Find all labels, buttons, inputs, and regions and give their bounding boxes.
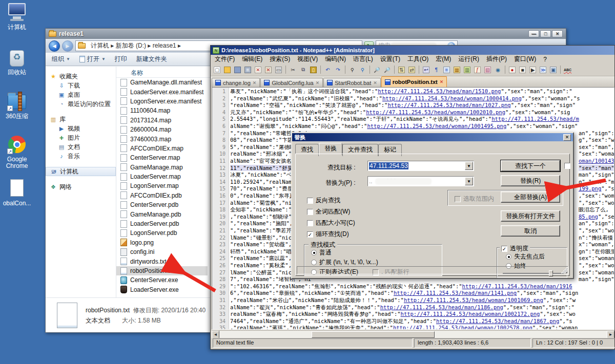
scroll-left-button[interactable]: ◄ <box>212 331 219 338</box>
sidebar-item[interactable]: 🞦图片 <box>46 133 116 142</box>
wrap-around-checkbox[interactable]: ✓循环查找(D) <box>307 230 349 239</box>
close-all-icon[interactable]: ✕ <box>264 66 273 74</box>
document-tab[interactable]: change.log✕ <box>212 78 260 87</box>
tab-close-icon[interactable]: ✕ <box>316 80 320 85</box>
sidebar-item[interactable]: ★收藏夹 <box>46 72 116 81</box>
doc-map-icon[interactable]: ▥ <box>463 66 471 74</box>
menu-item[interactable]: 视图(V) <box>297 55 318 63</box>
paste-icon[interactable]: ▯ <box>309 66 318 74</box>
menu-item[interactable]: 语言(L) <box>353 55 373 63</box>
horizontal-scrollbar[interactable]: ◄ ► <box>212 330 614 338</box>
menu-item[interactable]: 搜索(S) <box>270 55 290 63</box>
menu-item[interactable]: 宏(M) <box>436 55 451 63</box>
new-file-icon[interactable]: ▢ <box>213 66 221 74</box>
word-wrap-icon[interactable]: ↩ <box>422 66 430 74</box>
find-icon[interactable]: ⚲ <box>348 66 357 74</box>
replace-all-open-button[interactable]: 替换所有打开文件 <box>501 210 560 222</box>
copy-icon[interactable]: ⧉ <box>299 66 308 74</box>
whole-word-checkbox[interactable]: 全词匹配(W) <box>307 207 350 216</box>
dialog-titlebar[interactable]: 替换 ✕ <box>292 133 573 141</box>
redo-icon[interactable]: ↷ <box>334 66 342 74</box>
replace-with-input[interactable]: .. 226 ▼ <box>367 176 474 186</box>
open-icon[interactable] <box>223 66 232 74</box>
save-all-icon[interactable]: ≡ <box>243 66 252 74</box>
desktop-icon-bin[interactable]: ♻回收站 <box>0 47 34 76</box>
resize-grip[interactable] <box>561 267 567 273</box>
show-all-chars-icon[interactable]: ¶ <box>432 66 441 74</box>
match-case-checkbox[interactable]: 匹配大小写(C) <box>307 219 355 227</box>
save-icon[interactable] <box>233 66 242 74</box>
menu-item[interactable]: 窗口(W) <box>514 55 536 63</box>
print-icon[interactable]: ▭ <box>274 66 283 74</box>
tab-close-icon[interactable]: ✕ <box>440 79 444 84</box>
menu-item[interactable]: 运行(R) <box>458 55 479 63</box>
combo-dropdown-icon[interactable]: ▼ <box>465 162 473 170</box>
zoom-in-icon[interactable]: 🔎 <box>373 66 381 74</box>
folder-workspace-icon[interactable]: ▧ <box>483 66 492 74</box>
function-list-icon[interactable]: ƒ <box>473 66 482 74</box>
file-row-selected[interactable]: robotPosition.txt <box>116 266 208 275</box>
notepadpp-titlebar[interactable]: N D:\release1\robotPosition.txt - Notepa… <box>211 46 614 55</box>
zoom-out-icon[interactable]: 🔎 <box>383 66 392 74</box>
sync-v-icon[interactable]: ⇅ <box>397 66 406 74</box>
cancel-button[interactable]: 取消 <box>501 225 560 237</box>
sidebar-item[interactable]: ▤文档 <box>46 142 116 152</box>
explorer-titlebar[interactable]: release1 — □ ✕ <box>46 29 566 39</box>
close-button[interactable]: ✕ <box>552 30 563 37</box>
undo-icon[interactable]: ↶ <box>323 66 332 74</box>
mystery-checkbox[interactable] <box>564 163 570 169</box>
menu-item[interactable]: 工具(O) <box>407 55 428 63</box>
forward-button[interactable]: ► <box>62 40 73 52</box>
run-macro-multi-icon[interactable]: ≫ <box>539 66 547 74</box>
open-button[interactable]: 打开▼ <box>79 55 106 63</box>
menu-item[interactable]: 文件(F) <box>215 55 235 63</box>
spell-check-icon[interactable]: ABC <box>563 66 572 74</box>
mode-normal-radio[interactable]: 普通 <box>311 248 332 257</box>
document-tab-active[interactable]: robotPosition.txt✕ <box>381 76 447 87</box>
replace-all-button[interactable]: 全部替换(A) <box>501 191 560 203</box>
minimize-button[interactable]: — <box>528 30 539 37</box>
column-header-name[interactable]: 名称 <box>116 68 211 78</box>
organize-button[interactable]: 组织▼ <box>52 55 70 63</box>
play-macro-icon[interactable]: ▶ <box>528 66 537 74</box>
user-dialog-icon[interactable]: ▦ <box>453 66 461 74</box>
transparency-lose-focus-radio[interactable]: 失去焦点后 <box>506 252 545 261</box>
desktop-icon-zip[interactable]: ↗360压缩 <box>0 91 34 120</box>
record-macro-icon[interactable]: ● <box>508 66 517 74</box>
tab-close-icon[interactable]: ✕ <box>253 80 257 85</box>
sidebar-item[interactable]: ◔最近访问的位置 <box>46 99 116 109</box>
save-macro-icon[interactable]: ▣ <box>549 66 558 74</box>
cut-icon[interactable]: ✂ <box>289 66 297 74</box>
combo-dropdown-icon[interactable]: ▼ <box>465 177 473 185</box>
new-folder-button[interactable]: 新建文件夹 <box>136 55 167 63</box>
sidebar-item[interactable]: ▣桌面 <box>46 90 116 99</box>
menu-item[interactable]: 设置(T) <box>380 55 400 63</box>
menu-item[interactable]: ? <box>543 56 547 63</box>
maximize-button[interactable]: □ <box>540 30 551 37</box>
scrollbar-thumb[interactable] <box>312 331 435 338</box>
sync-h-icon[interactable]: ⇄ <box>407 66 416 74</box>
desktop-icon-doc[interactable]: obalCon... <box>0 178 34 207</box>
replace-button[interactable]: 替换(R) <box>501 175 560 186</box>
desktop-icon-computer[interactable]: 计算机 <box>0 2 34 31</box>
scroll-right-button[interactable]: ► <box>607 331 614 338</box>
backward-checkbox[interactable]: 反向查找 <box>307 196 340 205</box>
menu-item[interactable]: 编码(N) <box>325 55 346 63</box>
sidebar-item[interactable]: ▥库 <box>46 115 116 124</box>
monitor-icon[interactable]: ◉ <box>494 66 502 74</box>
close-icon[interactable]: ✕ <box>254 66 262 74</box>
sidebar-item[interactable]: ❖网络 <box>46 182 116 191</box>
in-selection-checkbox[interactable]: 选取范围内 <box>455 195 494 203</box>
sidebar-item[interactable]: 🖳计算机 <box>46 167 116 176</box>
document-tab[interactable]: GlobalConfig.lua✕ <box>260 78 323 87</box>
transparency-checkbox[interactable]: ✓透明度 <box>500 244 530 253</box>
back-button[interactable]: ◄ <box>49 40 60 52</box>
menu-item[interactable]: 插件(P) <box>486 55 507 63</box>
find-target-input[interactable]: 47.111.254.53 ▼ <box>367 161 474 171</box>
sidebar-item[interactable]: ⇩下载 <box>46 81 116 90</box>
print-button[interactable]: 打印 <box>115 55 127 63</box>
sidebar-item[interactable]: ♪音乐 <box>46 152 116 161</box>
stop-macro-icon[interactable]: ■ <box>518 66 527 74</box>
find-next-button[interactable]: 查找下一个 <box>501 160 560 172</box>
desktop-icon-chrome[interactable]: ↗Google Chrome <box>0 134 34 169</box>
